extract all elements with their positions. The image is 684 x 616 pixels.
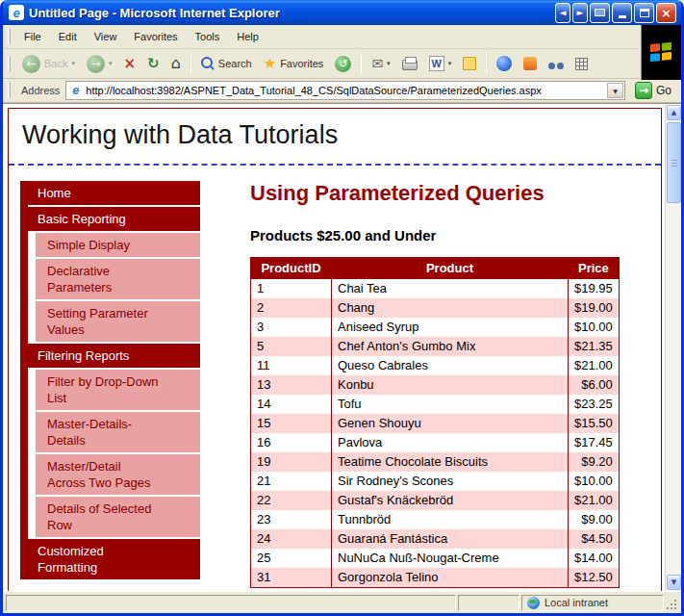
cell-product: Genen Shouyu [332,414,569,433]
forward-button[interactable]: → ▾ [82,53,117,75]
status-bar: Local intranet [3,591,681,613]
favorites-button[interactable]: ★ Favorites [259,55,329,73]
stop-icon: × [124,57,137,71]
address-dropdown-button[interactable]: ▼ [607,83,623,98]
cell-price: $10.00 [569,318,620,337]
cell-product: NuNuCa Nuß-Nougat-Creme [332,549,569,568]
minimize-icon [619,15,626,18]
site-header-title: Working with Data Tutorials [9,109,661,166]
sidebar-item[interactable]: Filtering Reports [28,344,200,368]
table-row: 3Aniseed Syrup$10.00 [251,318,620,337]
grid-icon [575,58,588,70]
titlebar-screen-button[interactable] [590,3,610,23]
page-scroll-area: Working with Data Tutorials HomeBasic Re… [3,104,665,591]
tiles-button[interactable] [570,56,593,72]
ie-logo-icon: e [9,5,24,20]
home-button[interactable]: ⌂ [166,54,186,73]
menubar: FileEditViewFavoritesToolsHelp [3,25,681,49]
table-row: 19Teatime Chocolate Biscuits$9.20 [251,452,620,472]
cell-product: Sir Rodney's Scones [332,472,569,491]
notes-button[interactable] [458,55,481,72]
go-button[interactable]: → Go [631,82,675,99]
maximize-button[interactable] [634,3,654,23]
browser-viewport: Working with Data Tutorials HomeBasic Re… [3,103,681,591]
scroll-up-button[interactable]: ▲ [667,105,681,120]
globe-icon [527,597,540,609]
sidebar-item[interactable]: Home [28,181,200,205]
window-titlebar[interactable]: e Untitled Page - Microsoft Internet Exp… [3,0,681,25]
toolbar-separator [361,53,362,74]
cell-price: $9.20 [569,452,620,472]
window-controls: ◄ ► × [555,3,676,23]
sidebar-item[interactable]: Setting Parameter Values [36,301,200,342]
cell-price: $15.50 [569,414,620,433]
cell-product: Tofu [332,395,569,414]
table-row: 14Tofu$23.25 [251,395,620,414]
sidebar-item[interactable]: Simple Display [36,233,200,257]
search-button[interactable]: Search [196,55,257,72]
sidebar-item[interactable]: Master/Detail Across Two Pages [36,454,200,495]
sidebar-item[interactable]: Declarative Parameters [36,259,200,299]
messenger-button[interactable] [492,54,517,73]
cell-product-id: 24 [251,529,332,549]
menu-view[interactable]: View [86,28,126,45]
scroll-down-button[interactable]: ▼ [667,575,681,590]
sidebar-item[interactable]: Basic Reporting [28,207,200,231]
address-input[interactable]: e http://localhost:3982/ASPNET_Data_Tuto… [65,81,625,100]
menu-edit[interactable]: Edit [50,28,86,45]
cell-price: $19.95 [569,279,620,299]
addressbar-grip[interactable] [8,83,11,98]
cell-price: $19.00 [569,298,620,318]
sidebar-item[interactable]: Details of Selected Row [36,497,200,537]
sidebar-item[interactable]: Filter by Drop-Down List [36,370,200,410]
menu-help[interactable]: Help [228,28,267,45]
scrollbar-thumb[interactable] [667,122,681,203]
back-label: Back [44,58,67,69]
back-button[interactable]: ← Back ▾ [17,53,80,75]
msn-button[interactable] [519,55,542,72]
section-subtitle: Products $25.00 and Under [250,227,632,244]
cell-product: Pavlova [332,433,569,452]
menu-file[interactable]: File [15,28,50,45]
cell-price: $17.45 [569,433,620,452]
table-row: 31Gorgonzola Telino$12.50 [251,568,620,588]
history-button[interactable]: ↺ [330,54,356,74]
products-table-header-row: ProductIDProductPrice [251,258,620,279]
table-row: 15Genen Shouyu$15.50 [251,414,620,433]
products-table: ProductIDProductPrice 1Chai Tea$19.952Ch… [250,257,620,588]
cell-product: Chef Anton's Gumbo Mix [332,337,569,356]
cell-price: $12.50 [569,568,620,588]
toolbar-grip[interactable] [8,56,11,71]
research-button[interactable] [544,56,569,71]
refresh-icon: ↻ [147,57,160,71]
search-label: Search [218,58,252,69]
page-title: Using Parameterized Queries [250,181,632,206]
mail-button[interactable]: ✉ ▾ [367,55,394,72]
stop-button[interactable]: × [119,55,141,73]
cell-product-id: 25 [251,549,332,568]
toolbar: ← Back ▾ → ▾ × ↻ ⌂ Search ★ Favorites ↺ [3,49,681,79]
refresh-button[interactable]: ↻ [142,55,165,73]
cell-product-id: 3 [251,318,332,337]
edit-word-button[interactable]: W ▾ [424,54,457,73]
print-button[interactable] [397,55,422,72]
menu-favorites[interactable]: Favorites [125,28,186,45]
search-icon [201,57,215,70]
minimize-button[interactable] [612,3,632,23]
column-header: ProductID [251,258,332,279]
menubar-grip[interactable] [8,29,11,44]
column-header: Price [569,258,620,279]
sidebar-item[interactable]: Customized Formatting [28,539,200,579]
cell-product-id: 31 [251,568,332,588]
sidebar-item[interactable]: Master-Details-Details [36,412,200,452]
cell-product-id: 23 [251,510,332,529]
table-row: 24Guaraná Fantástica$4.50 [251,529,620,549]
titlebar-arrow-right-button[interactable]: ► [572,3,588,23]
menu-tools[interactable]: Tools [187,28,229,45]
resize-grip[interactable] [666,599,678,611]
security-zone-label: Local intranet [545,597,608,608]
close-button[interactable]: × [656,3,676,23]
titlebar-arrow-left-button[interactable]: ◄ [555,3,570,23]
menubar-items: FileEditViewFavoritesToolsHelp [15,28,267,45]
table-row: 22Gustaf's Knäckebröd$21.00 [251,491,620,510]
